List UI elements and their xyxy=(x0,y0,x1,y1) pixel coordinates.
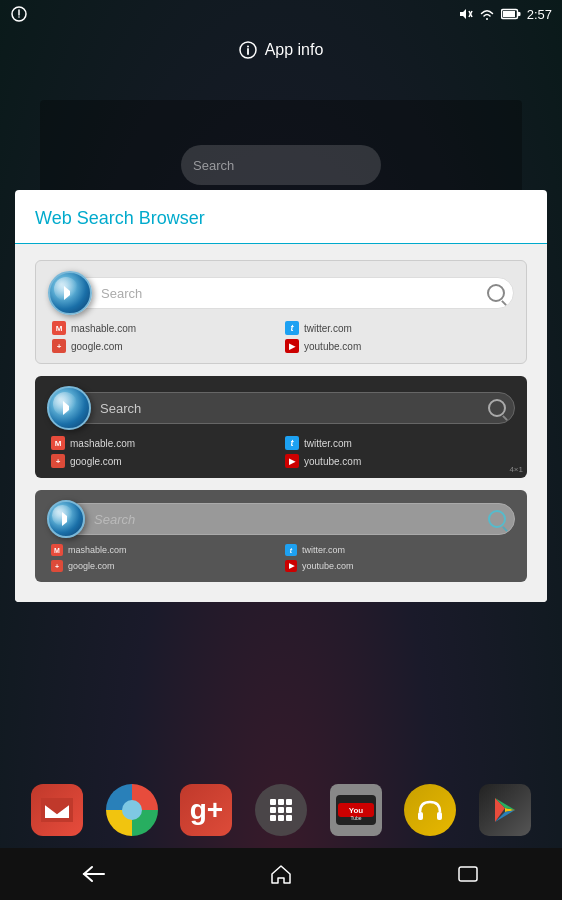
widget-light-globe xyxy=(48,271,92,315)
link-label: twitter.com xyxy=(304,323,352,334)
notification-icon xyxy=(10,5,28,23)
svg-rect-5 xyxy=(503,11,515,17)
chrome-icon[interactable] xyxy=(106,784,158,836)
gmail-icon[interactable] xyxy=(31,784,83,836)
widget-light-links: M mashable.com t twitter.com + google.co… xyxy=(48,321,514,353)
svg-rect-6 xyxy=(517,12,520,16)
widget-light-content: Search M mashable.com t twitter.com + xyxy=(36,261,526,363)
widget-light-search-placeholder: Search xyxy=(101,286,487,301)
link-label: mashable.com xyxy=(70,438,135,449)
size-indicator: 4×1 xyxy=(509,465,523,474)
widget-light[interactable]: Search M mashable.com t twitter.com + xyxy=(35,260,527,364)
mute-icon xyxy=(459,7,473,21)
back-arrow-icon xyxy=(82,865,106,883)
svg-point-8 xyxy=(247,46,249,48)
svg-text:You: You xyxy=(348,806,363,815)
music-icon[interactable] xyxy=(404,784,456,836)
widget-gray-globe xyxy=(47,500,85,538)
svg-rect-16 xyxy=(270,815,276,821)
list-item[interactable]: + google.com xyxy=(52,339,277,353)
apps-grid-icon xyxy=(267,796,295,824)
svg-rect-17 xyxy=(278,815,284,821)
mashable-icon: M xyxy=(51,544,63,556)
widget-dark[interactable]: Search M mashable.com t twitter.com + xyxy=(35,376,527,478)
widget-dark-searchbox[interactable]: Search xyxy=(83,392,515,424)
widget-dark-links: M mashable.com t twitter.com + google.co… xyxy=(47,436,515,468)
youtube-logo: You Tube xyxy=(336,795,376,825)
youtube-dock-icon[interactable]: You Tube xyxy=(330,784,382,836)
link-label: mashable.com xyxy=(71,323,136,334)
link-label: google.com xyxy=(71,341,123,352)
list-item[interactable]: M mashable.com xyxy=(51,436,277,450)
list-item[interactable]: t twitter.com xyxy=(285,436,511,450)
link-label: google.com xyxy=(68,561,115,571)
widget-dark-search-placeholder: Search xyxy=(100,401,488,416)
list-item[interactable]: + google.com xyxy=(51,454,277,468)
youtube-icon: ▶ xyxy=(285,454,299,468)
widget-dark-globe xyxy=(47,386,91,430)
twitter-icon: t xyxy=(285,436,299,450)
svg-rect-15 xyxy=(286,807,292,813)
twitter-icon: t xyxy=(285,544,297,556)
google-plus-icon: + xyxy=(51,560,63,572)
svg-rect-25 xyxy=(459,867,477,881)
widget-gray-links: M mashable.com t twitter.com + google.co… xyxy=(47,544,515,572)
search-icon-gray xyxy=(488,510,506,528)
globe-arrow-dark xyxy=(63,401,77,415)
widget-gray-search-placeholder: Search xyxy=(94,512,488,527)
play-store-logo xyxy=(489,794,521,826)
dialog-content: Search M mashable.com t twitter.com + xyxy=(15,244,547,602)
globe-arrow xyxy=(64,286,78,300)
svg-rect-12 xyxy=(286,799,292,805)
link-label: youtube.com xyxy=(304,341,361,352)
svg-rect-23 xyxy=(418,812,423,820)
wifi-icon xyxy=(479,7,495,21)
gmail-logo xyxy=(41,798,73,822)
chrome-center xyxy=(122,800,142,820)
google-plus-icon: + xyxy=(52,339,66,353)
widget-light-searchbox[interactable]: Search xyxy=(84,277,514,309)
widget-gray-searchbox[interactable]: Search xyxy=(77,503,515,535)
widget-gray[interactable]: Search M mashable.com t twitter.com + xyxy=(35,490,527,582)
home-icon xyxy=(270,863,292,885)
svg-rect-13 xyxy=(270,807,276,813)
svg-rect-14 xyxy=(278,807,284,813)
widget-dark-search-row[interactable]: Search xyxy=(47,386,515,430)
list-item[interactable]: t twitter.com xyxy=(285,321,510,335)
link-label: youtube.com xyxy=(304,456,361,467)
apps-icon[interactable] xyxy=(255,784,307,836)
svg-text:Tube: Tube xyxy=(350,815,361,821)
nav-bar xyxy=(0,848,562,900)
bg-search-hint: Search xyxy=(181,145,381,185)
widget-dialog: Web Search Browser Search M xyxy=(15,190,547,602)
app-info-bar: App info xyxy=(0,28,562,72)
link-label: youtube.com xyxy=(302,561,354,571)
search-icon-light xyxy=(487,284,505,302)
list-item[interactable]: M mashable.com xyxy=(52,321,277,335)
link-label: twitter.com xyxy=(302,545,345,555)
list-item[interactable]: ▶ youtube.com xyxy=(285,560,511,572)
home-button[interactable] xyxy=(261,854,301,894)
link-label: mashable.com xyxy=(68,545,127,555)
google-plus-dock-icon[interactable]: g+ xyxy=(180,784,232,836)
svg-rect-18 xyxy=(286,815,292,821)
chrome-ring xyxy=(106,784,158,836)
widget-dark-content: Search M mashable.com t twitter.com + xyxy=(35,376,527,478)
dialog-title: Web Search Browser xyxy=(15,190,547,244)
list-item[interactable]: M mashable.com xyxy=(51,544,277,556)
svg-rect-10 xyxy=(270,799,276,805)
back-button[interactable] xyxy=(74,854,114,894)
list-item[interactable]: ▶ youtube.com xyxy=(285,339,510,353)
mashable-icon: M xyxy=(52,321,66,335)
widget-gray-search-row[interactable]: Search xyxy=(47,500,515,538)
svg-point-1 xyxy=(18,16,20,18)
status-time: 2:57 xyxy=(527,7,552,22)
list-item[interactable]: t twitter.com xyxy=(285,544,511,556)
list-item[interactable]: ▶ youtube.com xyxy=(285,454,511,468)
list-item[interactable]: + google.com xyxy=(51,560,277,572)
status-bar-right: 2:57 xyxy=(459,7,552,22)
widget-light-search-row[interactable]: Search xyxy=(48,271,514,315)
play-store-icon[interactable] xyxy=(479,784,531,836)
recents-button[interactable] xyxy=(448,854,488,894)
headphones-icon xyxy=(414,794,446,826)
